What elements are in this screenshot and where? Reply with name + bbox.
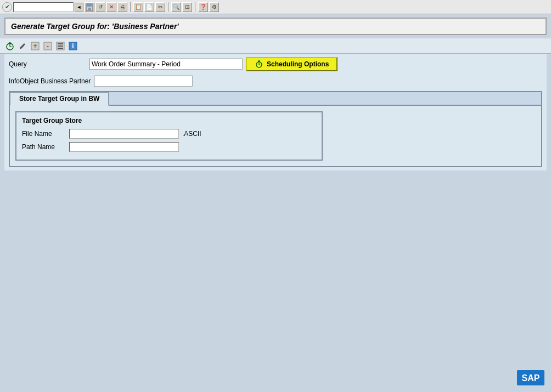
tab-label: Store Target Group in BW <box>19 95 99 103</box>
nav-back-btn[interactable]: ◄ <box>75 3 83 12</box>
scheduling-btn-label: Scheduling Options <box>267 60 329 68</box>
copy-btn[interactable]: 📋 <box>133 2 143 12</box>
infoobject-input[interactable] <box>94 76 193 87</box>
svg-text:SAP: SAP <box>522 373 540 383</box>
path-name-input[interactable] <box>69 142 179 152</box>
svg-point-22 <box>258 60 260 63</box>
path-name-row: Path Name <box>22 142 316 152</box>
file-name-input[interactable] <box>69 129 179 139</box>
query-input[interactable] <box>89 59 243 70</box>
tab-section: Store Target Group in BW Target Group St… <box>9 91 542 167</box>
form-content: Query Scheduling Options InfoObject Busi… <box>4 54 547 171</box>
svg-rect-15 <box>58 46 63 47</box>
svg-rect-2 <box>88 8 91 10</box>
scheduling-options-button[interactable]: Scheduling Options <box>246 57 338 71</box>
command-input[interactable] <box>13 2 74 12</box>
edit-icon[interactable] <box>17 41 28 52</box>
print-btn[interactable]: 🖨 <box>117 2 127 12</box>
infoobject-row: InfoObject Business Partner <box>9 76 542 87</box>
svg-rect-16 <box>58 48 63 49</box>
file-name-label: File Name <box>22 130 66 138</box>
ext-btn[interactable]: ⊡ <box>182 2 192 12</box>
tab-bar: Store Target Group in BW <box>10 92 541 106</box>
clock-icon[interactable] <box>4 41 15 52</box>
form-toolbar: + - i <box>0 38 551 54</box>
target-group-store-box: Target Group Store File Name .ASCII Path… <box>15 111 323 161</box>
svg-rect-14 <box>58 43 63 44</box>
remove-icon[interactable]: - <box>42 41 53 52</box>
svg-point-6 <box>9 42 11 44</box>
query-row: Query Scheduling Options <box>9 57 542 71</box>
help-btn[interactable]: ❓ <box>198 2 208 12</box>
svg-text:i: i <box>72 42 74 50</box>
check-icon[interactable]: ✔ <box>2 2 12 12</box>
cut-btn[interactable]: ✂ <box>155 2 165 12</box>
paste-btn[interactable]: 📄 <box>144 2 154 12</box>
file-extension: .ASCII <box>182 130 201 138</box>
top-toolbar: ✔ ◄ ↺ ✕ 🖨 📋 📄 ✂ 🔍 ⊡ ❓ ⚙ <box>0 0 551 14</box>
scheduling-icon <box>255 59 263 70</box>
settings-btn[interactable]: ⚙ <box>209 2 219 12</box>
find-btn[interactable]: 🔍 <box>171 2 181 12</box>
window-title: Generate Target Group for: 'Business Par… <box>11 22 540 31</box>
path-name-label: Path Name <box>22 143 66 151</box>
svg-text:+: + <box>33 42 37 50</box>
svg-text:-: - <box>47 42 49 50</box>
sap-logo: SAP <box>517 370 544 385</box>
infoobject-label: InfoObject Business Partner <box>9 77 91 85</box>
svg-marker-8 <box>20 43 25 49</box>
target-group-store-title: Target Group Store <box>22 117 316 124</box>
file-name-row: File Name .ASCII <box>22 129 316 139</box>
tab-content: Target Group Store File Name .ASCII Path… <box>10 106 541 166</box>
add-icon[interactable]: + <box>30 41 41 52</box>
save-btn[interactable] <box>85 2 94 12</box>
svg-rect-1 <box>87 4 92 7</box>
query-label: Query <box>9 60 86 68</box>
tab-store-target-group[interactable]: Store Target Group in BW <box>10 92 109 106</box>
info-icon[interactable]: i <box>68 41 78 52</box>
stop-btn[interactable]: ✕ <box>106 2 116 12</box>
window-title-bar: Generate Target Group for: 'Business Par… <box>4 18 547 35</box>
undo-btn[interactable]: ↺ <box>95 2 105 12</box>
multiselect-icon[interactable] <box>55 41 66 52</box>
